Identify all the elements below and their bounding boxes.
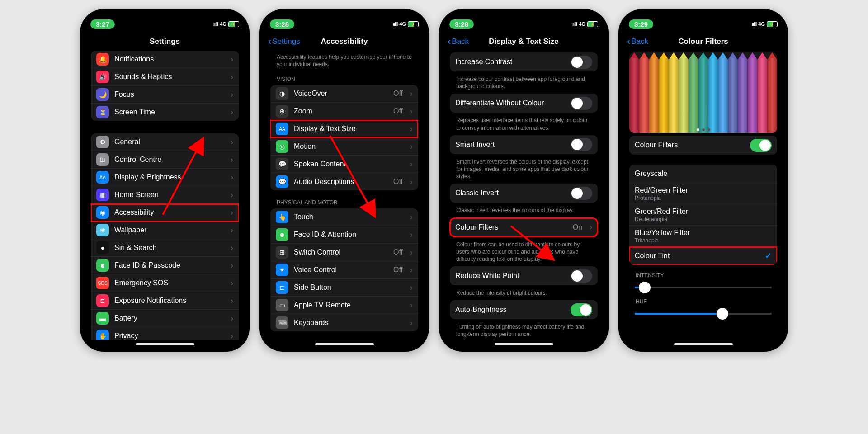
back-button[interactable]: ‹Back xyxy=(448,37,469,46)
settings-row[interactable]: Colour FiltersOn› xyxy=(450,218,598,237)
row-icon: ▭ xyxy=(276,299,288,311)
toggle-switch[interactable] xyxy=(571,97,592,110)
row-label: Battery xyxy=(114,314,223,322)
chevron-right-icon: › xyxy=(410,107,413,116)
toggle-switch[interactable] xyxy=(571,138,592,151)
row-label: Reduce White Point xyxy=(455,272,565,280)
content[interactable]: Accessibility features help you customis… xyxy=(264,51,425,340)
section-header: PHYSICAL AND MOTOR xyxy=(270,193,418,208)
settings-row[interactable]: ● Siri & Search › xyxy=(91,239,239,257)
back-button[interactable]: ‹Back xyxy=(627,37,648,46)
row-label: Home Screen xyxy=(114,191,223,199)
settings-row[interactable]: ❀ Wallpaper › xyxy=(91,222,239,239)
settings-row[interactable]: ☻ Face ID & Attention › xyxy=(270,226,418,244)
home-indicator[interactable] xyxy=(136,343,194,345)
settings-row[interactable]: 🌙 Focus › xyxy=(91,86,239,104)
settings-group: ◑ VoiceOver Off › ⊕ Zoom Off › AA Displa… xyxy=(270,85,418,190)
filter-option-row[interactable]: Green/Red FilterDeuteranopia xyxy=(629,204,777,226)
settings-row[interactable]: ☻ Face ID & Passcode › xyxy=(91,257,239,274)
settings-row[interactable]: 💬 Spoken Content › xyxy=(270,156,418,173)
section-header: HUE xyxy=(629,297,777,307)
row-label: Increase Contrast xyxy=(455,58,565,66)
toggle-switch[interactable] xyxy=(571,303,592,316)
screen: 3:28 ıılll 4G ⚡ ‹Settings Accessibility … xyxy=(264,13,425,348)
settings-row[interactable]: 💬 Audio Descriptions Off › xyxy=(270,173,418,190)
settings-row[interactable]: ✋ Privacy › xyxy=(91,327,239,340)
settings-row[interactable]: ⊞ Switch Control Off › xyxy=(270,244,418,261)
settings-row[interactable]: SOS Emergency SOS › xyxy=(91,274,239,292)
chevron-right-icon: › xyxy=(231,331,233,340)
settings-row[interactable]: ⊏ Side Button › xyxy=(270,279,418,297)
row-sublabel: Protanopia xyxy=(635,195,772,201)
settings-group: Smart Invert xyxy=(450,135,598,154)
settings-row[interactable]: 🔔 Notifications › xyxy=(91,51,239,68)
pencil-preview[interactable] xyxy=(629,52,777,133)
row-icon: 🌙 xyxy=(96,88,109,101)
status-right: ıılll 4G ⚡ xyxy=(213,21,239,27)
row-icon: 🔊 xyxy=(96,71,109,83)
row-label: Green/Red FilterDeuteranopia xyxy=(635,208,772,222)
settings-group: Reduce White Point xyxy=(450,266,598,285)
toggle-switch[interactable] xyxy=(571,56,592,69)
settings-row[interactable]: ⚙ General › xyxy=(91,133,239,151)
toggle-switch[interactable] xyxy=(571,187,592,200)
settings-row[interactable]: ⊕ Zoom Off › xyxy=(270,103,418,120)
chevron-right-icon: › xyxy=(410,89,413,99)
toggle-switch[interactable] xyxy=(750,139,772,152)
pencil-icon xyxy=(659,52,669,133)
settings-row[interactable]: AA Display & Brightness › xyxy=(91,169,239,186)
battery-icon: ⚡ xyxy=(228,21,239,27)
settings-row[interactable]: Classic Invert xyxy=(450,184,598,203)
row-label: Auto-Brightness xyxy=(455,306,565,314)
filter-option-row[interactable]: Blue/Yellow FilterTritanopia xyxy=(629,226,777,247)
back-button[interactable]: ‹Settings xyxy=(268,37,300,46)
hue-slider[interactable] xyxy=(635,313,772,315)
settings-row[interactable]: 👆 Touch › xyxy=(270,208,418,226)
row-label: Motion xyxy=(294,142,403,151)
settings-row[interactable]: ⊞ Control Centre › xyxy=(91,151,239,169)
settings-row[interactable]: ✦ Voice Control Off › xyxy=(270,261,418,279)
pencil-icon xyxy=(698,52,708,133)
row-icon: AA xyxy=(96,171,109,184)
row-icon: ⌨ xyxy=(276,316,288,329)
settings-row[interactable]: ⏳ Screen Time › xyxy=(91,104,239,121)
row-icon: ▬ xyxy=(96,312,109,325)
settings-row[interactable]: ◑ VoiceOver Off › xyxy=(270,85,418,103)
home-indicator[interactable] xyxy=(674,343,733,345)
chevron-right-icon: › xyxy=(231,155,233,165)
settings-row[interactable]: ▭ Apple TV Remote › xyxy=(270,297,418,314)
settings-row[interactable]: Reduce White Point xyxy=(450,266,598,285)
pencil-icon xyxy=(669,52,679,133)
settings-row[interactable]: Auto-Brightness xyxy=(450,300,598,319)
settings-row[interactable]: ▬ Battery › xyxy=(91,310,239,327)
home-indicator[interactable] xyxy=(315,343,374,345)
settings-row[interactable]: Differentiate Without Colour xyxy=(450,94,598,113)
content[interactable]: Increase Contrast Increase colour contra… xyxy=(443,51,604,342)
home-indicator[interactable] xyxy=(495,343,553,345)
settings-row[interactable]: ◎ Motion › xyxy=(270,138,418,156)
settings-row[interactable]: ▦ Home Screen › xyxy=(91,186,239,204)
content[interactable]: 🔔 Notifications › 🔊 Sounds & Haptics › 🌙… xyxy=(84,51,245,340)
settings-row[interactable]: Increase Contrast xyxy=(450,52,598,71)
settings-row[interactable]: ◘ Exposure Notifications › xyxy=(91,292,239,310)
settings-row[interactable]: 🔊 Sounds & Haptics › xyxy=(91,68,239,86)
row-label: Face ID & Attention xyxy=(294,231,403,239)
row-description: Colour filters can be used to differenti… xyxy=(450,240,598,267)
intensity-slider[interactable] xyxy=(635,287,772,288)
chevron-right-icon: › xyxy=(231,243,233,253)
row-label: Notifications xyxy=(114,55,223,63)
filter-option-row[interactable]: Red/Green FilterProtanopia xyxy=(629,183,777,204)
settings-row[interactable]: Smart Invert xyxy=(450,135,598,154)
row-label: Side Button xyxy=(294,283,403,292)
settings-row[interactable]: ◉ Accessibility › xyxy=(91,204,239,222)
settings-row[interactable]: ⌨ Keyboards › xyxy=(270,314,418,331)
nav-title: Accessibility xyxy=(321,37,368,46)
settings-group: Increase Contrast xyxy=(450,52,598,71)
settings-row[interactable]: Colour Filters xyxy=(629,136,777,155)
toggle-switch[interactable] xyxy=(571,269,592,283)
filter-option-row[interactable]: Colour Tint ✓ xyxy=(629,247,777,265)
content[interactable]: Colour Filters Greyscale Red/Green Filte… xyxy=(623,51,784,342)
filter-option-row[interactable]: Greyscale xyxy=(629,165,777,183)
row-icon: ⊏ xyxy=(276,281,288,294)
settings-row[interactable]: AA Display & Text Size › xyxy=(270,120,418,138)
